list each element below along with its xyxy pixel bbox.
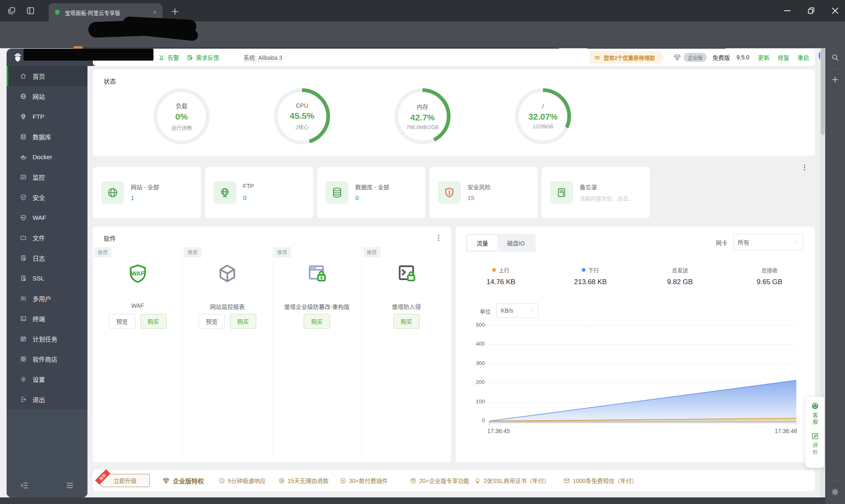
- quick-card-安全风险[interactable]: 安全风险15: [430, 167, 538, 218]
- sidebar-item-计划任务[interactable]: 计划任务: [7, 329, 87, 349]
- sidebar-item-label: SSL: [33, 275, 44, 282]
- software-name: 堡塔企业级防篡改-重构版: [272, 302, 361, 311]
- update-link[interactable]: 更新: [758, 49, 769, 66]
- version-label[interactable]: 9.5.0: [736, 49, 749, 66]
- sidebar-item-退出[interactable]: 退出: [7, 389, 87, 410]
- sidebar-item-FTP[interactable]: FTP: [7, 106, 87, 127]
- minimize-icon[interactable]: [782, 5, 793, 16]
- quick-card-title: 安全风险: [467, 183, 491, 191]
- buy-button[interactable]: 购买: [393, 314, 420, 329]
- perk-20+企业版专享功能: 20+企业版专享功能: [410, 470, 470, 491]
- y-tick-label: 100: [463, 398, 485, 405]
- buy-button[interactable]: 购买: [140, 314, 167, 329]
- nic-select[interactable]: 所有: [733, 234, 803, 250]
- sidebar-item-SSL[interactable]: SSL: [7, 268, 87, 288]
- new-tab-icon[interactable]: [170, 7, 180, 16]
- home-icon: [20, 73, 27, 80]
- buy-button[interactable]: 购买: [304, 314, 330, 329]
- wafshield-icon: WAF: [20, 214, 27, 221]
- repair-link[interactable]: 修复: [778, 49, 789, 66]
- sidebar-item-日志[interactable]: 日志: [7, 248, 87, 268]
- chevron-down-icon: [793, 239, 799, 245]
- gauge-sub: 12/39GB: [533, 124, 553, 130]
- sidebar-item-label: 多用户: [33, 294, 51, 303]
- stat-value: 9.65 GB: [732, 278, 807, 286]
- tab-close-icon[interactable]: [152, 9, 158, 15]
- review-pencil-icon[interactable]: [811, 432, 819, 440]
- vertical-tabs-icon[interactable]: [26, 6, 35, 16]
- software-item-堡塔企业级防篡改-重构版: 推荐堡塔企业级防篡改-重构版购买: [272, 246, 361, 457]
- x-axis-end-label: 17:36:48: [775, 428, 798, 434]
- sidebar-search-icon[interactable]: [831, 53, 840, 62]
- y-tick-label: 0: [463, 417, 485, 424]
- quick-card-title: 数据库 - 全部: [355, 183, 389, 191]
- tab-disk-io[interactable]: 磁盘IO: [498, 236, 534, 250]
- database-icon: [331, 186, 343, 199]
- restore-icon[interactable]: [806, 5, 817, 16]
- coupon-ticket-icon: [594, 54, 601, 61]
- sidebar-item-Docker[interactable]: Docker: [7, 147, 87, 167]
- upgrade-button[interactable]: 立即升级 推荐: [100, 474, 150, 487]
- gauge-/[interactable]: /32.07%12/39GB: [515, 88, 571, 144]
- sidebar-item-文件[interactable]: 文件: [7, 228, 87, 248]
- software-more-icon[interactable]: [434, 234, 443, 242]
- review-label[interactable]: 评价: [811, 443, 819, 456]
- enterprise-privilege[interactable]: 企业版特权: [162, 470, 204, 491]
- sidebar-item-终端[interactable]: 终端: [7, 309, 87, 329]
- collapse-menu-icon[interactable]: [20, 481, 29, 490]
- sidebar-item-安全[interactable]: 安全: [7, 187, 87, 207]
- cube-icon: [216, 262, 239, 285]
- window-close-icon[interactable]: [830, 5, 840, 16]
- sidebar-item-软件商店[interactable]: 软件商店: [7, 349, 87, 369]
- quick-card-数据库 - 全部[interactable]: 数据库 - 全部0: [317, 167, 425, 218]
- sidebar-item-监控[interactable]: 监控: [7, 167, 87, 187]
- customer-service-icon[interactable]: [811, 402, 819, 410]
- customer-service-label[interactable]: 客服: [811, 412, 819, 426]
- unit-select[interactable]: KB/s: [496, 303, 538, 318]
- sidebar-item-设置[interactable]: 设置: [7, 369, 87, 389]
- traffic-stat-上行: 上行14.76 KB: [464, 266, 538, 286]
- alarm-link[interactable]: 告警: [158, 49, 179, 66]
- preview-button[interactable]: 预览: [198, 314, 225, 329]
- workspaces-icon[interactable]: [7, 6, 17, 16]
- terminal-icon: [20, 315, 27, 322]
- buy-button[interactable]: 购买: [230, 314, 256, 329]
- perk-label: 2张SSL商用证书（年付）: [484, 476, 550, 485]
- preview-button[interactable]: 预览: [109, 314, 135, 329]
- panel-sidebar: 首页网站FTP数据库Docker监控安全WAFWAF文件日志SSL多用户终端计划…: [7, 49, 87, 497]
- quick-card-备忘录[interactable]: 备忘录当前内容为空，点击...: [542, 167, 650, 218]
- sidebar-item-网站[interactable]: 网站: [7, 86, 87, 106]
- sidebar-item-数据库[interactable]: 数据库: [7, 127, 87, 147]
- sidebar-item-label: 首页: [33, 72, 45, 80]
- x-axis-start-label: 17:36:45: [487, 428, 510, 434]
- sidebar-add-icon[interactable]: [831, 75, 840, 84]
- gauge-内存[interactable]: 内存42.7%798.0MB/2GB: [394, 88, 451, 144]
- sidebar-settings-icon[interactable]: [831, 488, 840, 497]
- perk-label: 30+款付费插件: [349, 476, 388, 485]
- software-item-WAF: 推荐WAFWAF预览购买: [93, 246, 182, 457]
- scrollbar-thumb[interactable]: [821, 48, 825, 135]
- quick-card-网站 - 全部[interactable]: 网站 - 全部1: [93, 167, 201, 218]
- globe-icon: [106, 186, 119, 199]
- sidebar-item-label: FTP: [33, 113, 44, 120]
- tab-traffic[interactable]: 流量: [467, 236, 497, 250]
- restart-link[interactable]: 重启: [798, 49, 809, 66]
- traffic-stat-总发送: 总发送9.82 GB: [643, 266, 717, 286]
- recommend-badge: 推荐: [274, 247, 291, 257]
- sidebar-footer: [7, 410, 87, 497]
- sidebar-item-首页[interactable]: 首页: [7, 66, 87, 86]
- wafshield-icon: WAF: [126, 262, 149, 285]
- coupon-banner[interactable]: 您有2个优惠券待领取: [590, 51, 661, 64]
- gauge-负载[interactable]: 负载0%运行流畅: [153, 88, 210, 144]
- feedback-link[interactable]: 需求反馈: [186, 49, 219, 66]
- gauge-CPU[interactable]: CPU45.5%2核心: [274, 88, 330, 144]
- sidebar-item-多用户[interactable]: 多用户: [7, 288, 87, 309]
- sidebar-item-WAF[interactable]: WAFWAF: [7, 207, 87, 228]
- quick-card-FTP[interactable]: FTP0: [205, 167, 313, 218]
- y-tick-label: 300: [463, 360, 485, 366]
- menu-style-icon[interactable]: [65, 481, 74, 490]
- perk-label: 1000条免费短信（年付）: [573, 476, 637, 485]
- stat-value: 14.76 KB: [464, 278, 538, 286]
- software-title: 软件: [104, 234, 116, 243]
- system-info[interactable]: 系统: Alibaba 3: [243, 53, 282, 62]
